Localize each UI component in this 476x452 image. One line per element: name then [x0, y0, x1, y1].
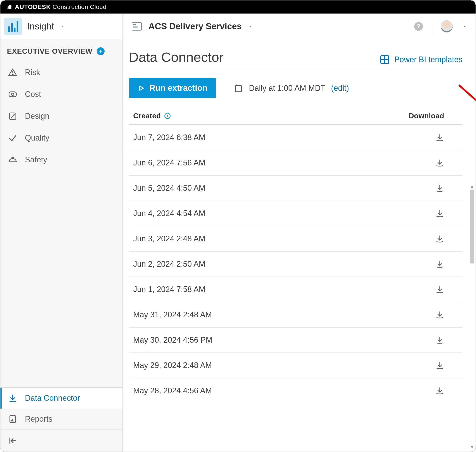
overview-nav: Risk Cost Design Quality [0, 61, 122, 171]
download-button[interactable] [435, 184, 444, 193]
created-header: Created [133, 112, 161, 120]
sidebar-item-label: Reports [25, 414, 116, 424]
created-cell: May 31, 2024 2:48 AM [133, 310, 212, 319]
sidebar-item-label: Design [25, 112, 116, 121]
table-row: May 31, 2024 2:48 AM [129, 302, 463, 328]
reports-icon [8, 414, 17, 424]
info-icon[interactable]: i [164, 113, 171, 119]
chevron-down-icon [247, 23, 254, 29]
download-button[interactable] [435, 361, 444, 370]
design-icon [8, 111, 17, 121]
divider [432, 19, 432, 34]
sidebar-item-safety[interactable]: Safety [0, 149, 122, 171]
download-button[interactable] [435, 260, 444, 268]
grid-icon [380, 54, 390, 65]
brand-name-light: Construction Cloud [53, 3, 107, 10]
sidebar-item-design[interactable]: Design [0, 105, 122, 127]
scroll-down-icon[interactable]: ▼ [470, 444, 475, 450]
calendar-icon [234, 83, 243, 93]
svg-point-7 [12, 93, 14, 96]
download-button[interactable] [435, 209, 444, 218]
help-icon[interactable]: ? [414, 22, 423, 31]
download-header: Download [409, 112, 444, 120]
sidebar-item-label: Cost [25, 90, 116, 99]
collapse-sidebar-button[interactable] [0, 430, 122, 452]
table-row: Jun 7, 2024 6:38 AM [129, 125, 463, 150]
sidebar-item-data-connector[interactable]: Data Connector [0, 388, 122, 409]
divider [129, 69, 463, 69]
created-cell: Jun 4, 2024 4:54 AM [133, 209, 205, 218]
created-cell: Jun 3, 2024 2:48 AM [133, 234, 205, 243]
schedule-text: Daily at 1:00 AM MDT [249, 84, 325, 93]
created-cell: May 30, 2024 4:56 PM [133, 335, 212, 345]
sidebar: EXECUTIVE OVERVIEW + Risk Cost Design [0, 39, 123, 452]
sidebar-item-quality[interactable]: Quality [0, 127, 122, 149]
power-bi-templates-label: Power BI templates [394, 55, 463, 64]
cost-icon [8, 89, 17, 99]
overview-label: EXECUTIVE OVERVIEW [7, 47, 92, 55]
executive-overview-header: EXECUTIVE OVERVIEW + [0, 39, 122, 61]
warning-icon [8, 68, 17, 77]
vertical-scrollbar[interactable]: ▲ ▼ [469, 184, 475, 450]
table-row: May 30, 2024 4:56 PM [129, 328, 463, 353]
chevron-down-icon[interactable] [462, 23, 468, 29]
table-row: Jun 5, 2024 4:50 AM [129, 176, 463, 201]
svg-point-5 [12, 74, 13, 75]
sidebar-item-label: Risk [25, 68, 116, 77]
sidebar-item-reports[interactable]: Reports [0, 409, 122, 430]
sidebar-item-cost[interactable]: Cost [0, 83, 122, 105]
module-switcher[interactable]: Insight [0, 13, 123, 39]
play-icon [138, 85, 145, 92]
project-name: ACS Delivery Services [148, 21, 242, 31]
download-button[interactable] [435, 159, 444, 167]
download-icon [8, 393, 17, 403]
autodesk-logo-icon [6, 4, 12, 10]
insight-icon [4, 18, 22, 35]
table-row: Jun 1, 2024 7:58 AM [129, 277, 463, 302]
download-button[interactable] [435, 336, 444, 344]
created-cell: Jun 5, 2024 4:50 AM [133, 184, 205, 193]
svg-rect-1 [133, 24, 136, 25]
schedule-info: Daily at 1:00 AM MDT (edit) [234, 83, 349, 93]
created-cell: Jun 6, 2024 7:56 AM [133, 158, 205, 167]
sidebar-item-risk[interactable]: Risk [0, 61, 122, 83]
sidebar-item-label: Quality [25, 133, 116, 143]
download-button[interactable] [435, 310, 444, 319]
schedule-edit-link[interactable]: (edit) [331, 84, 349, 93]
table-row: Jun 2, 2024 2:50 AM [129, 252, 463, 277]
main-content: Data Connector Power BI templates Run ex… [123, 39, 476, 452]
created-cell: May 28, 2024 4:56 AM [133, 386, 212, 395]
created-cell: May 29, 2024 2:48 AM [133, 361, 212, 370]
download-button[interactable] [435, 285, 444, 294]
download-button[interactable] [435, 133, 444, 142]
svg-rect-3 [133, 27, 138, 28]
table-row: Jun 3, 2024 2:48 AM [129, 226, 463, 252]
top-brand-bar: AUTODESK Construction Cloud [0, 0, 476, 13]
download-button[interactable] [435, 386, 444, 395]
svg-rect-2 [133, 26, 138, 27]
page-title: Data Connector [129, 49, 224, 65]
power-bi-templates-link[interactable]: Power BI templates [380, 54, 463, 65]
add-dashboard-button[interactable]: + [97, 47, 105, 55]
module-name: Insight [27, 21, 54, 32]
scroll-thumb[interactable] [470, 189, 474, 264]
avatar[interactable] [441, 20, 453, 33]
created-cell: Jun 7, 2024 6:38 AM [133, 133, 205, 142]
brand-name-strong: AUTODESK [15, 3, 51, 10]
extraction-list: Jun 7, 2024 6:38 AMJun 6, 2024 7:56 AMJu… [129, 125, 463, 400]
table-row: May 29, 2024 2:48 AM [129, 353, 463, 378]
run-extraction-button[interactable]: Run extraction [129, 78, 216, 98]
tools-nav: Data Connector Reports [0, 387, 122, 452]
acc-logo-icon [131, 22, 143, 31]
download-button[interactable] [435, 234, 444, 243]
chevron-down-icon [59, 23, 66, 29]
created-cell: Jun 1, 2024 7:58 AM [133, 285, 205, 294]
scroll-track[interactable] [470, 189, 474, 444]
svg-rect-14 [235, 85, 241, 92]
scroll-up-icon[interactable]: ▲ [470, 184, 475, 189]
project-switcher[interactable]: ACS Delivery Services [123, 21, 414, 31]
sidebar-item-label: Data Connector [25, 393, 116, 403]
svg-rect-6 [9, 92, 16, 97]
run-extraction-label: Run extraction [149, 83, 208, 93]
app-header: Insight ACS Delivery Services ? [0, 13, 476, 39]
